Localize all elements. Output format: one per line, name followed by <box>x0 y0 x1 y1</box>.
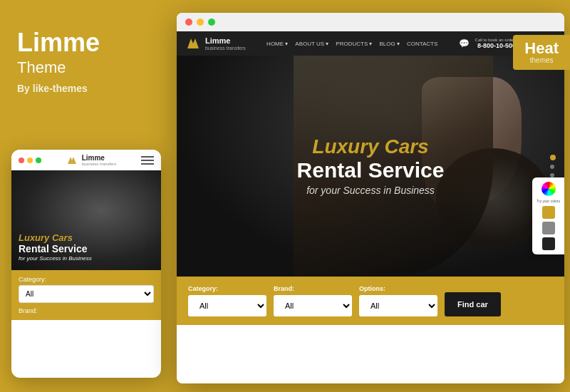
brand-select[interactable]: All <box>274 295 352 316</box>
hero-text: Luxury Cars Rental Service for your Succ… <box>264 136 477 196</box>
color-swatch-grey[interactable] <box>542 222 555 234</box>
brand-label: Brand: <box>274 285 352 292</box>
theme-word: Theme <box>17 58 154 77</box>
heat-badge: Heat themes <box>513 35 570 70</box>
mobile-top-bar: Limme business transfers <box>11 150 161 170</box>
mobile-dot-yellow <box>27 158 33 163</box>
category-label: Category: <box>188 285 266 292</box>
desktop-mockup: Limme business transfers HOME ▾ ABOUT US… <box>177 13 564 383</box>
slider-dots <box>550 155 556 177</box>
category-select[interactable]: All <box>188 295 266 316</box>
call-info: Call to book an order: 8-800-10-500 <box>475 38 516 49</box>
desktop-search-bar: Category: All Brand: All Options: All Fi… <box>177 277 564 325</box>
mobile-category-label: Category: <box>19 276 154 283</box>
mobile-dot-green <box>36 158 41 163</box>
desktop-dot-yellow <box>197 19 204 26</box>
color-swatch-gold[interactable] <box>542 206 555 219</box>
slider-dot-2[interactable] <box>550 165 554 169</box>
heat-text: Heat <box>524 41 559 56</box>
mobile-category-select[interactable]: All <box>19 285 154 303</box>
mobile-hero-text: Luxury Cars Rental Service for your Succ… <box>19 232 92 262</box>
author-credit: By like-themes <box>17 83 154 94</box>
nav-home[interactable]: HOME ▾ <box>266 41 288 47</box>
mobile-window-dots <box>19 158 41 163</box>
find-car-button[interactable]: Find car <box>445 292 501 316</box>
options-field: Options: All <box>359 285 437 316</box>
desktop-top-bar <box>177 13 564 31</box>
color-widget: Try your colors <box>532 177 564 254</box>
mobile-search-area: Category: All Brand: <box>11 270 161 320</box>
brand-field: Brand: All <box>274 285 352 316</box>
svg-marker-1 <box>187 38 199 48</box>
desktop-hero: Luxury Cars Rental Service for your Succ… <box>177 56 564 277</box>
mobile-mockup: Limme business transfers Luxury Cars Ren… <box>11 150 161 378</box>
theme-name: Limme <box>17 29 154 57</box>
options-select[interactable]: All <box>359 295 437 316</box>
heat-sub: themes <box>524 56 559 64</box>
nav-blog[interactable]: BLOG ▾ <box>379 41 399 47</box>
site-logo-icon <box>185 36 201 51</box>
mobile-hamburger-icon[interactable] <box>141 156 154 165</box>
whatsapp-icon: 💬 <box>459 38 470 48</box>
slider-dot-1[interactable] <box>550 155 556 160</box>
mobile-logo: Limme business transfers <box>82 154 117 166</box>
svg-marker-0 <box>68 157 76 164</box>
site-nav-links: HOME ▾ ABOUT US ▾ PRODUCTS ▾ BLOG ▾ CONT… <box>266 41 437 47</box>
nav-products[interactable]: PRODUCTS ▾ <box>336 41 372 47</box>
options-label: Options: <box>359 285 437 292</box>
nav-contacts[interactable]: CONTACTS <box>407 41 437 47</box>
mobile-brand-label: Brand: <box>19 307 154 314</box>
color-swatch-dark[interactable] <box>542 237 555 250</box>
color-wheel-icon[interactable] <box>542 182 556 196</box>
mobile-logo-icon <box>66 155 78 166</box>
left-panel: Limme Theme By like-themes Limme busines… <box>0 0 171 392</box>
nav-about[interactable]: ABOUT US ▾ <box>295 41 328 47</box>
mobile-dot-red <box>19 158 24 163</box>
desktop-dot-green <box>208 19 215 26</box>
site-nav: Limme business transfers HOME ▾ ABOUT US… <box>177 31 564 56</box>
mobile-hero: Luxury Cars Rental Service for your Succ… <box>11 170 161 270</box>
desktop-dot-red <box>185 19 192 26</box>
site-logo: Limme business transfers <box>185 36 246 51</box>
color-widget-label: Try your colors <box>537 199 560 203</box>
category-field: Category: All <box>188 285 266 316</box>
